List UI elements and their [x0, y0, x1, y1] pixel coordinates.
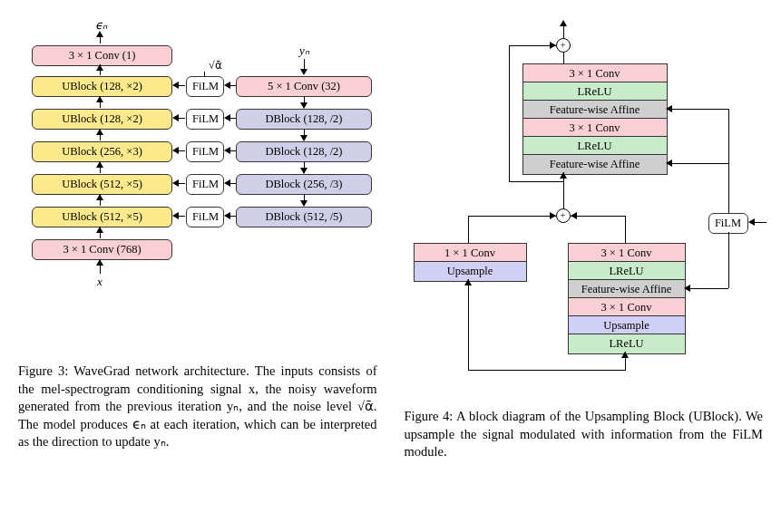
conv-in: 3 × 1 Conv (768) — [32, 239, 172, 260]
film-2: FiLM — [186, 141, 224, 162]
dblock-0: DBlock (128, /2) — [236, 109, 372, 130]
x-label: x — [97, 275, 103, 289]
fig4-caption: Figure 4: A block diagram of the Upsampl… — [405, 408, 764, 461]
ublock-4: UBlock (512, ×5) — [32, 207, 172, 227]
film-3: FiLM — [186, 174, 224, 195]
adder-mid: + — [556, 208, 571, 223]
dblock-1: DBlock (128, /2) — [236, 141, 372, 162]
ts-5: Feature-wise Affine — [522, 154, 668, 175]
conv5x1: 5 × 1 Conv (32) — [236, 76, 372, 97]
film-4: FiLM — [186, 207, 224, 227]
dblock-2: DBlock (256, /3) — [236, 174, 372, 195]
ublock-0: UBlock (128, ×2) — [32, 76, 172, 97]
fig3-caption: Figure 3: WaveGrad network architecture.… — [18, 363, 377, 451]
conv-out: 3 × 1 Conv (1) — [32, 45, 172, 66]
yn-label: yₙ — [299, 44, 309, 58]
fig4-diagram: + 3 × 1 Conv LReLU Feature-wise Affine 3… — [405, 18, 764, 399]
film-0: FiLM — [186, 76, 224, 97]
sqrt-alpha-label: √ᾱ — [209, 59, 222, 73]
adder-top: + — [556, 38, 571, 53]
ublock-1: UBlock (128, ×2) — [32, 109, 172, 130]
film-1: FiLM — [186, 109, 224, 130]
film-box: FiLM — [708, 213, 748, 234]
ublock-3: UBlock (512, ×5) — [32, 174, 172, 195]
ublock-2: UBlock (256, ×3) — [32, 141, 172, 162]
dblock-3: DBlock (512, /5) — [236, 207, 372, 227]
fig3-diagram: ϵₙ √ᾱ yₙ 3 × 1 Conv (1) UBlock (128, ×2)… — [18, 18, 377, 353]
